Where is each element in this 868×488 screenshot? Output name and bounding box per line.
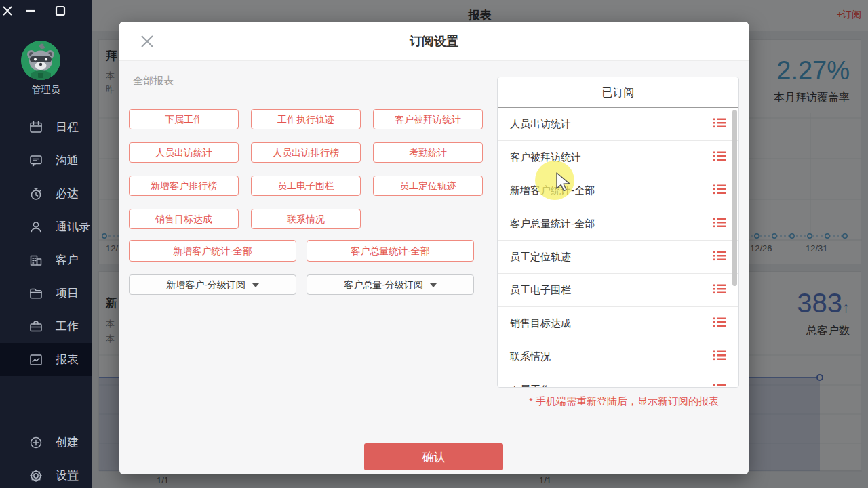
subscribed-item-label: 员工电子围栏 — [510, 284, 571, 297]
sidebar-item-项目[interactable]: 项目 — [0, 277, 92, 310]
report-button-人员出访排行榜[interactable]: 人员出访排行榜 — [251, 142, 361, 163]
subscribed-item-联系情况[interactable]: 联系情况 — [498, 340, 738, 373]
report-button-下属工作[interactable]: 下属工作 — [129, 109, 239, 129]
subscribed-item-label: 客户总量统计-全部 — [510, 218, 595, 230]
subscribed-item-客户总量统计-全部[interactable]: 客户总量统计-全部 — [498, 207, 738, 241]
chevron-down-icon — [252, 283, 259, 287]
modal-title: 订阅设置 — [119, 22, 749, 61]
sidebar-item-label: 必达 — [56, 186, 79, 201]
sidebar-item-label: 报表 — [56, 352, 79, 367]
list-icon[interactable] — [713, 184, 726, 197]
calendar-icon — [28, 120, 43, 135]
subscribed-item-label: 人员出访统计 — [510, 118, 571, 131]
report-button-人员出访统计[interactable]: 人员出访统计 — [129, 142, 239, 163]
subscribed-item-新增客户统计-全部[interactable]: 新增客户统计-全部 — [498, 174, 738, 207]
report-button-销售目标达成[interactable]: 销售目标达成 — [129, 209, 239, 229]
plus-circle-icon — [28, 435, 43, 450]
subscribed-item-label: 销售目标达成 — [510, 317, 571, 330]
sidebar-item-label: 项目 — [56, 285, 79, 301]
sidebar-item-日程[interactable]: 日程 — [0, 110, 92, 144]
sidebar-item-工作[interactable]: 工作 — [0, 310, 92, 343]
customer-total-tier-dropdown[interactable]: 客户总量-分级订阅 — [307, 274, 474, 295]
list-icon[interactable] — [713, 251, 726, 263]
contacts-icon — [28, 220, 43, 235]
list-icon[interactable] — [713, 218, 726, 230]
sidebar-item-设置[interactable]: 设置 — [0, 459, 92, 488]
list-icon[interactable] — [713, 151, 726, 163]
subscribed-item-下属工作[interactable]: 下属工作 — [498, 373, 738, 388]
sidebar-item-label: 创建 — [56, 434, 79, 450]
customers-building-icon — [28, 253, 43, 268]
sidebar-item-label: 设置 — [56, 468, 79, 483]
modal-note: * 手机端需重新登陆后，显示新订阅的报表 — [529, 395, 719, 408]
window-minimize-icon[interactable] — [24, 5, 37, 17]
mouse-cursor-icon — [555, 171, 571, 193]
sidebar-item-label: 日程 — [56, 119, 79, 135]
report-button-员工定位轨迹[interactable]: 员工定位轨迹 — [373, 176, 483, 196]
sidebar-item-通讯录[interactable]: 通讯录 — [0, 210, 92, 243]
briefcase-icon — [28, 319, 43, 334]
new-customers-all-button[interactable]: 新增客户统计-全部 — [129, 240, 296, 262]
reports-chart-icon — [28, 352, 43, 367]
confirm-button[interactable]: 确认 — [364, 443, 503, 470]
subscribed-panel: 已订阅 人员出访统计客户被拜访统计新增客户统计-全部客户总量统计-全部员工定位轨… — [497, 77, 739, 388]
sidebar-item-客户[interactable]: 客户 — [0, 243, 92, 277]
window-maximize-icon[interactable] — [54, 5, 66, 17]
subscribed-item-label: 客户被拜访统计 — [510, 151, 581, 164]
scrollbar[interactable] — [732, 110, 737, 286]
avatar[interactable] — [21, 41, 60, 80]
list-icon — [713, 317, 726, 327]
list-icon — [713, 384, 726, 388]
subscribed-item-员工电子围栏[interactable]: 员工电子围栏 — [498, 274, 738, 307]
subscribed-item-客户被拜访统计[interactable]: 客户被拜访统计 — [498, 141, 738, 174]
report-button-联系情况[interactable]: 联系情况 — [251, 209, 361, 229]
subscribed-item-人员出访统计[interactable]: 人员出访统计 — [498, 108, 738, 141]
new-customers-tier-dropdown[interactable]: 新增客户-分级订阅 — [129, 274, 296, 295]
subscribed-item-label: 下属工作 — [510, 384, 551, 388]
projects-folder-icon — [28, 286, 43, 301]
window-close-icon[interactable] — [1, 5, 14, 17]
report-buttons-grid: 下属工作工作执行轨迹客户被拜访统计人员出访统计人员出访排行榜考勤统计新增客户排行… — [129, 109, 488, 231]
user-name: 管理员 — [0, 84, 92, 96]
sidebar-item-创建[interactable]: 创建 — [0, 426, 92, 459]
list-icon — [713, 284, 726, 294]
sidebar-item-必达[interactable]: 必达 — [0, 177, 92, 210]
list-icon[interactable] — [713, 350, 726, 363]
report-button-员工电子围栏[interactable]: 员工电子围栏 — [251, 176, 361, 196]
list-icon[interactable] — [713, 384, 726, 388]
window-controls — [0, 3, 92, 19]
subscribed-panel-header: 已订阅 — [498, 77, 738, 108]
subscribed-item-员工定位轨迹[interactable]: 员工定位轨迹 — [498, 241, 738, 274]
subscribed-list: 人员出访统计客户被拜访统计新增客户统计-全部客户总量统计-全部员工定位轨迹员工电… — [498, 108, 738, 388]
sidebar: 管理员 日程沟通必达通讯录客户项目工作报表 创建设置 — [0, 0, 92, 488]
sidebar-footer-menu: 创建设置 — [0, 426, 92, 488]
chevron-down-icon — [430, 283, 437, 287]
dropdown-label: 新增客户-分级订阅 — [166, 279, 245, 290]
sidebar-item-label: 通讯录 — [56, 219, 90, 235]
report-button-新增客户排行榜[interactable]: 新增客户排行榜 — [129, 176, 239, 196]
stopwatch-icon — [28, 186, 43, 201]
all-reports-label: 全部报表 — [133, 75, 174, 87]
list-icon — [713, 151, 726, 161]
sidebar-item-沟通[interactable]: 沟通 — [0, 144, 92, 177]
list-icon — [713, 251, 726, 261]
dropdown-label: 客户总量-分级订阅 — [344, 279, 423, 290]
sidebar-menu: 日程沟通必达通讯录客户项目工作报表 — [0, 110, 92, 376]
list-icon — [713, 184, 726, 195]
customer-total-all-button[interactable]: 客户总量统计-全部 — [307, 240, 474, 262]
sidebar-item-label: 工作 — [56, 319, 79, 334]
list-icon[interactable] — [713, 317, 726, 329]
list-icon — [713, 118, 726, 128]
subscription-settings-modal: 订阅设置 全部报表 下属工作工作执行轨迹客户被拜访统计人员出访统计人员出访排行榜… — [119, 22, 749, 474]
sidebar-item-报表[interactable]: 报表 — [0, 343, 92, 376]
list-icon[interactable] — [713, 284, 726, 296]
report-button-工作执行轨迹[interactable]: 工作执行轨迹 — [251, 109, 361, 129]
report-button-客户被拜访统计[interactable]: 客户被拜访统计 — [373, 109, 483, 129]
subscribed-item-销售目标达成[interactable]: 销售目标达成 — [498, 307, 738, 340]
report-button-考勤统计[interactable]: 考勤统计 — [373, 142, 483, 163]
list-icon — [713, 350, 726, 361]
list-icon[interactable] — [713, 118, 726, 130]
sidebar-item-label: 沟通 — [56, 152, 79, 168]
list-icon — [713, 218, 726, 228]
subscribed-item-label: 员工定位轨迹 — [510, 251, 571, 264]
